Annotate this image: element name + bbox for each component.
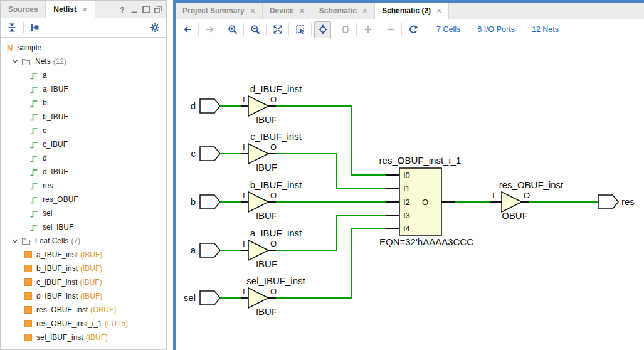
instance-c_IBUF_inst[interactable] [248,144,268,164]
instance-sel_IBUF_inst[interactable] [248,288,268,308]
stat-link-7-cells[interactable]: 7 Cells [436,25,460,34]
folder-icon [21,58,31,66]
tab-sources[interactable]: Sources [1,1,46,18]
net-icon [29,209,38,218]
tree-item-b-ibuf-inst[interactable]: b_IBUF_inst(IBUF) [1,262,166,275]
tab-label: Sources [8,5,38,14]
minimize-icon[interactable] [129,4,139,14]
forward-icon[interactable] [201,21,218,38]
pin-label-o: O [270,95,277,104]
close-icon[interactable]: × [362,6,367,15]
tree-item-sel-ibuf-inst[interactable]: sel_IBUF_inst(IBUF) [1,331,166,344]
document-tabbar: Project Summary×Device×Schematic×Schemat… [176,3,644,19]
tab-schematic-2-[interactable]: Schematic (2)× [375,3,449,19]
float-icon[interactable] [152,4,163,14]
tree-item-a[interactable]: a [1,68,166,82]
instance-b_IBUF_inst[interactable] [248,192,268,212]
tree-item-res-obuf-inst[interactable]: res_OBUF_inst(OBUF) [1,303,166,317]
cell-type: (LUT5) [105,319,128,328]
help-icon[interactable]: ? [117,4,127,14]
stat-link-12-nets[interactable]: 12 Nets [532,25,559,34]
close-icon[interactable]: × [82,5,87,14]
tree-item-label: c_IBUF_inst [36,278,77,287]
tree-item-sample[interactable]: Nsample [1,41,166,55]
pin-label-o: O [270,239,277,248]
tree-item-label: c [43,126,46,135]
tree-item-res[interactable]: res [1,179,166,193]
tree-item-d[interactable]: d [1,151,166,165]
tree-item-a-ibuf[interactable]: a_IBUF [1,82,166,96]
input-port-a[interactable] [200,243,220,257]
tree-item-d-ibuf-inst[interactable]: d_IBUF_inst(IBUF) [1,289,166,303]
tree-item-c-ibuf[interactable]: c_IBUF [1,137,166,151]
tree-item-sel-ibuf[interactable]: sel_IBUF [1,220,166,234]
remove-icon[interactable] [382,21,399,38]
instance-res_OBUF_inst[interactable] [502,192,522,212]
expand-cell-icon[interactable] [337,21,354,38]
input-port-c[interactable] [200,147,220,161]
tree-item-label: b_IBUF_inst [36,264,78,273]
net-sel_IBUF[interactable] [276,228,386,298]
close-icon[interactable]: × [436,6,441,15]
cell-icon [24,334,32,341]
tab-schematic[interactable]: Schematic× [312,3,375,19]
schematic-panel: Project Summary×Device×Schematic×Schemat… [173,0,644,350]
tree-item-leaf-cells[interactable]: Leaf Cells(7) [1,234,166,248]
zoom-to-selection-icon[interactable] [292,21,309,38]
autofit-selection-icon[interactable] [314,21,331,38]
chevron-down-icon[interactable] [11,57,19,66]
netlist-icon: N [7,43,13,53]
scroll-to-icon[interactable] [28,21,42,34]
cell-icon [24,265,32,272]
tab-netlist[interactable]: Netlist× [46,1,95,18]
zoom-out-icon[interactable] [246,21,263,38]
input-port-d[interactable] [200,99,220,113]
maximize-icon[interactable] [140,4,151,14]
schematic-svg[interactable]: dIOd_IBUF_instIBUFcIOc_IBUF_instIBUFbIOb… [176,40,644,350]
back-icon[interactable] [179,21,196,38]
add-icon[interactable] [359,21,376,38]
output-port-res[interactable] [598,195,618,209]
stat-link-6-i-o-ports[interactable]: 6 I/O Ports [477,25,515,34]
left-tabbar: SourcesNetlist×? [1,1,166,18]
tree-item-res-obuf[interactable]: res_OBUF [1,193,166,206]
close-icon[interactable]: × [300,6,305,15]
zoom-fit-icon[interactable] [269,21,286,38]
panel-window-icons: ? [117,1,166,18]
net-icon [29,140,38,149]
tree-item-label: d [43,154,47,162]
instance-d_IBUF_inst[interactable] [248,96,268,116]
collapse-all-icon[interactable] [5,21,19,34]
chevron-down-icon[interactable] [11,236,19,245]
schematic-toolbar: 7 Cells6 I/O Ports12 Nets [176,19,644,40]
tree-item-label: sel [43,209,52,218]
tree-item-c-ibuf-inst[interactable]: c_IBUF_inst(IBUF) [1,275,166,289]
zoom-in-icon[interactable] [224,21,241,38]
schematic-canvas[interactable]: dIOd_IBUF_instIBUFcIOc_IBUF_instIBUFbIOb… [176,40,644,350]
tab-device[interactable]: Device× [263,3,312,19]
cell-icon [24,251,32,258]
tree-item-label: b [43,98,47,107]
tree-item-label: a_IBUF_inst [36,250,78,259]
pin-label-i: I [243,191,245,200]
cell-type: (IBUF) [80,264,102,273]
tree-item-a-ibuf-inst[interactable]: a_IBUF_inst(IBUF) [1,248,166,262]
tree-item-label: sel_IBUF [43,223,73,231]
settings-icon[interactable] [148,21,162,34]
tree-item-sel[interactable]: sel [1,206,166,220]
instance-type: IBUF [256,114,277,125]
input-port-sel[interactable] [200,291,220,305]
tree-item-d-ibuf[interactable]: d_IBUF [1,165,166,179]
net-icon [29,154,38,162]
instance-a_IBUF_inst[interactable] [248,240,268,260]
tree-item-res-obuf-inst-i-1[interactable]: res_OBUF_inst_i_1(LUT5) [1,317,166,331]
tab-project-summary[interactable]: Project Summary× [176,3,263,19]
tree-item-c[interactable]: c [1,124,166,137]
tree-item-b-ibuf[interactable]: b_IBUF [1,110,166,124]
close-icon[interactable]: × [250,6,255,15]
input-port-b[interactable] [200,195,220,209]
tree-item-nets[interactable]: Nets(12) [1,55,166,68]
regenerate-icon[interactable] [404,21,421,38]
tree-item-b[interactable]: b [1,96,166,110]
cell-type: (IBUF) [80,250,102,259]
